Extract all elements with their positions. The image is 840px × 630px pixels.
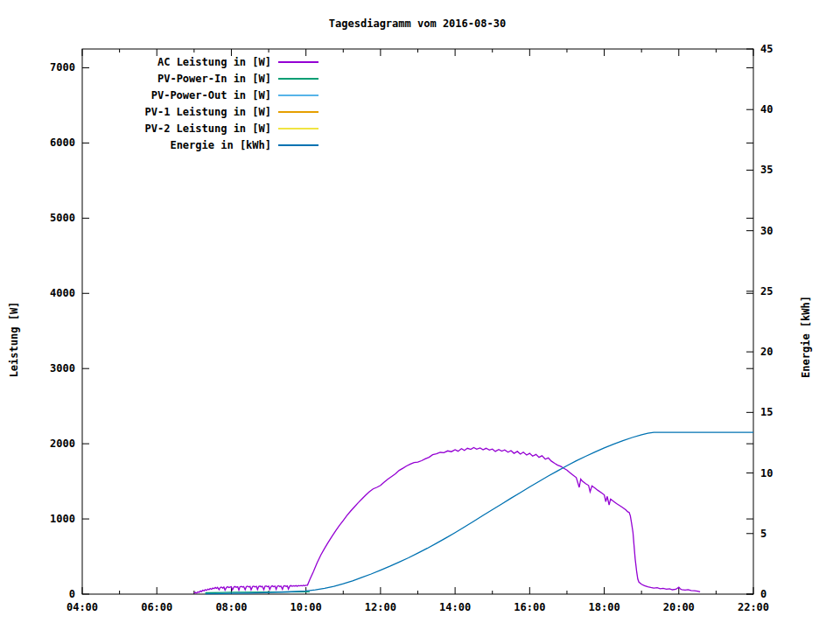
legend-line-sample: [278, 94, 318, 96]
legend-item-pv2-leistung: PV-2 Leistung in [W]: [82, 122, 318, 136]
legend-label: PV-2 Leistung in [W]: [82, 122, 271, 135]
x-tick-label: 04:00: [63, 601, 102, 613]
legend-label: PV-1 Leistung in [W]: [82, 106, 271, 118]
series-energie-line: [206, 432, 753, 594]
x-tick-label: 08:00: [212, 601, 250, 613]
y2-tick-label: 40: [760, 103, 773, 116]
y2-tick-label: 30: [760, 225, 773, 237]
y1-tick-label: 2000: [23, 438, 75, 450]
x-tick-label: 06:00: [137, 601, 176, 613]
legend-item-pv-power-out: PV-Power-Out in [W]: [82, 88, 318, 102]
x-tick-label: 14:00: [436, 601, 474, 613]
y2-tick-label: 10: [760, 467, 773, 480]
legend-line-sample: [278, 144, 318, 146]
legend-line-sample: [278, 128, 318, 130]
y2-tick-label: 35: [760, 164, 773, 176]
y1-tick-label: 0: [23, 588, 75, 600]
legend-item-ac-leistung: AC Leistung in [W]: [82, 55, 318, 69]
legend-line-sample: [278, 111, 318, 113]
legend-label: PV-Power-Out in [W]: [82, 89, 271, 102]
legend-item-pv1-leistung: PV-1 Leistung in [W]: [82, 105, 318, 119]
legend-line-sample: [278, 61, 318, 63]
y2-tick-label: 25: [760, 285, 773, 298]
legend-label: Energie in [kWh]: [82, 139, 271, 151]
legend-label: AC Leistung in [W]: [82, 56, 271, 68]
figure: Tagesdiagramm vom 2016-08-30 Leistung [W…: [0, 0, 840, 630]
y2-tick-label: 0: [760, 588, 766, 600]
legend-line-sample: [278, 78, 318, 80]
y1-tick-label: 4000: [23, 287, 75, 299]
legend-label: PV-Power-In in [W]: [82, 73, 271, 85]
series-ac-leistung-line: [194, 447, 700, 593]
legend-item-pv-power-in: PV-Power-In in [W]: [82, 72, 318, 86]
x-tick-label: 12:00: [361, 601, 400, 613]
x-tick-label: 10:00: [287, 601, 326, 613]
y1-tick-label: 5000: [23, 212, 75, 224]
y2-tick-label: 5: [760, 528, 766, 540]
y1-tick-label: 6000: [23, 136, 75, 149]
y1-tick-label: 3000: [23, 362, 75, 374]
y1-tick-label: 1000: [23, 513, 75, 525]
y2-tick-label: 20: [760, 346, 773, 358]
y2-tick-label: 45: [760, 43, 773, 55]
legend-item-energie: Energie in [kWh]: [82, 138, 318, 152]
x-tick-label: 16:00: [510, 601, 549, 613]
y2-tick-label: 15: [760, 406, 773, 418]
x-tick-label: 22:00: [734, 601, 773, 613]
x-tick-label: 20:00: [660, 601, 698, 613]
y1-tick-label: 7000: [23, 61, 75, 74]
x-tick-label: 18:00: [585, 601, 624, 613]
